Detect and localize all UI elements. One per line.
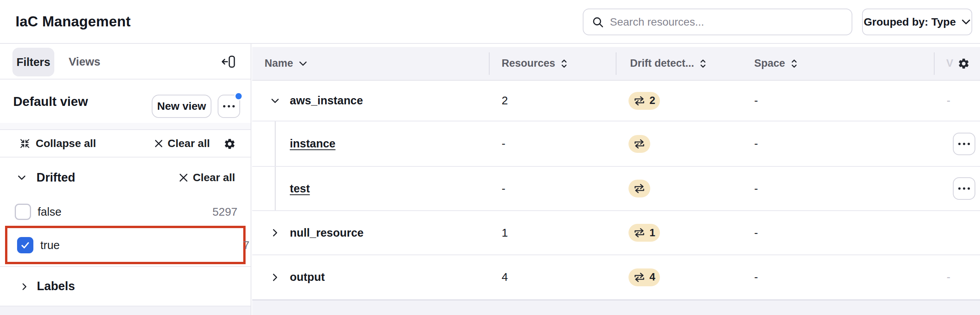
drift-arrows-icon bbox=[633, 228, 646, 238]
page-title: IaC Management bbox=[16, 0, 131, 43]
table-row[interactable]: null_resource 1 1 - bbox=[252, 211, 980, 255]
tab-views[interactable]: Views bbox=[69, 44, 100, 80]
row-collapse-chevron-icon[interactable] bbox=[270, 81, 280, 121]
row-more-button[interactable] bbox=[953, 177, 975, 200]
drift-arrows-icon bbox=[633, 272, 646, 282]
grouped-by-label: Grouped by: Type bbox=[864, 16, 956, 28]
resources-table: Name Resources Drift detect... Space V bbox=[252, 44, 980, 315]
row-more-button[interactable] bbox=[953, 133, 975, 155]
collapse-all-label: Collapse all bbox=[36, 137, 96, 150]
column-divider bbox=[934, 52, 935, 75]
resource-name[interactable]: aws_instance bbox=[290, 81, 363, 121]
tab-views-label: Views bbox=[69, 55, 100, 68]
view-row: Default view New view bbox=[0, 80, 251, 124]
sidebar-tabs: Filters Views bbox=[0, 44, 251, 80]
collapse-all-icon bbox=[19, 138, 30, 149]
table-row[interactable]: test - - bbox=[252, 167, 980, 211]
drift-badge: 4 bbox=[629, 268, 660, 286]
drifted-chevron-down-icon[interactable] bbox=[17, 173, 26, 182]
space-value: - bbox=[754, 255, 758, 299]
drifted-clear-all-label: Clear all bbox=[193, 171, 235, 184]
column-header-name[interactable]: Name bbox=[265, 47, 307, 80]
resource-name[interactable]: output bbox=[290, 255, 325, 299]
column-divider bbox=[489, 52, 490, 75]
search-box[interactable] bbox=[583, 9, 852, 35]
drift-arrows-icon bbox=[633, 96, 646, 106]
sidebar-footer bbox=[0, 306, 251, 315]
grouped-by-dropdown[interactable]: Grouped by: Type bbox=[862, 9, 972, 35]
current-view-name: Default view bbox=[13, 80, 88, 123]
filter-option-true[interactable]: true 7 bbox=[7, 228, 259, 262]
drift-count: 1 bbox=[649, 227, 655, 239]
column-header-space[interactable]: Space bbox=[754, 47, 798, 80]
drift-arrows-icon bbox=[633, 139, 646, 149]
iac-management-screen: IaC Management Grouped by: Type Filters … bbox=[0, 0, 980, 315]
collapse-all-button[interactable]: Collapse all bbox=[19, 130, 96, 157]
row-expand-chevron-icon[interactable] bbox=[270, 255, 280, 299]
labels-section-title: Labels bbox=[37, 267, 75, 306]
clear-all-label: Clear all bbox=[168, 137, 210, 150]
filter-option-count: 5297 bbox=[212, 198, 237, 225]
clear-all-button[interactable]: Clear all bbox=[154, 130, 210, 157]
drift-arrows-icon bbox=[633, 183, 646, 194]
resources-value: 2 bbox=[502, 81, 508, 121]
space-value: - bbox=[754, 167, 758, 210]
column-label: Space bbox=[754, 57, 785, 69]
column-divider bbox=[616, 52, 616, 75]
table-settings-gear-icon[interactable] bbox=[957, 57, 970, 70]
filter-settings-gear-icon[interactable] bbox=[223, 138, 236, 150]
space-value: - bbox=[754, 211, 758, 254]
table-row[interactable]: output 4 4 - - bbox=[252, 255, 980, 300]
notification-dot bbox=[234, 92, 243, 100]
chevron-down-icon bbox=[961, 19, 971, 25]
filter-option-false[interactable]: false 5297 bbox=[0, 198, 251, 225]
drift-count: 2 bbox=[649, 95, 655, 107]
filters-toolbar: Collapse all Clear all bbox=[0, 130, 251, 158]
column-header-resources[interactable]: Resources bbox=[502, 47, 568, 80]
top-header: IaC Management Grouped by: Type bbox=[0, 0, 980, 44]
checkbox-true[interactable] bbox=[17, 237, 33, 253]
drift-badge bbox=[629, 135, 650, 153]
drift-badge bbox=[629, 180, 650, 197]
row-expand-chevron-icon[interactable] bbox=[270, 211, 280, 254]
sort-updown-icon bbox=[700, 59, 706, 69]
vendor-value: - bbox=[947, 255, 951, 299]
space-value: - bbox=[754, 121, 758, 166]
column-label: Resources bbox=[502, 57, 555, 69]
filter-option-count: 7 bbox=[243, 228, 249, 262]
column-header-drift[interactable]: Drift detect... bbox=[630, 47, 706, 80]
resources-value: - bbox=[502, 167, 506, 210]
checkbox-false[interactable] bbox=[15, 204, 31, 220]
drifted-section-header: Drifted Clear all bbox=[0, 158, 251, 198]
collapse-sidebar-icon[interactable] bbox=[221, 54, 237, 69]
drifted-clear-all-button[interactable]: Clear all bbox=[179, 158, 235, 197]
column-label: Drift detect... bbox=[630, 57, 694, 69]
table-row[interactable]: aws_instance 2 2 - - bbox=[252, 81, 980, 121]
search-icon bbox=[592, 16, 604, 28]
resource-name[interactable]: null_resource bbox=[290, 211, 364, 254]
view-more-button[interactable] bbox=[218, 95, 240, 118]
table-row[interactable]: instance - - bbox=[252, 121, 980, 167]
drift-count: 4 bbox=[649, 271, 655, 283]
table-footer bbox=[252, 300, 980, 315]
tab-filters[interactable]: Filters bbox=[12, 48, 54, 76]
resources-value: - bbox=[502, 121, 506, 166]
filter-option-label: false bbox=[38, 198, 61, 225]
highlight-box-red: true 7 bbox=[5, 226, 246, 264]
x-icon bbox=[154, 139, 163, 148]
indent-guide bbox=[275, 121, 276, 166]
filters-sidebar: Filters Views Default view New view bbox=[0, 44, 251, 315]
x-icon bbox=[179, 173, 188, 182]
resource-name[interactable]: instance bbox=[290, 121, 336, 166]
indent-guide bbox=[275, 167, 276, 210]
table-body: aws_instance 2 2 - - instance - bbox=[252, 81, 980, 300]
labels-chevron-right-icon[interactable] bbox=[20, 282, 29, 291]
column-header-vendor-partial: V bbox=[946, 47, 953, 80]
labels-section-header[interactable]: Labels bbox=[0, 266, 251, 306]
space-value: - bbox=[754, 81, 758, 121]
new-view-button[interactable]: New view bbox=[152, 95, 211, 118]
column-label: Name bbox=[265, 57, 293, 69]
search-input[interactable] bbox=[610, 16, 843, 28]
vendor-value: - bbox=[947, 81, 951, 121]
resource-name[interactable]: test bbox=[290, 167, 310, 210]
